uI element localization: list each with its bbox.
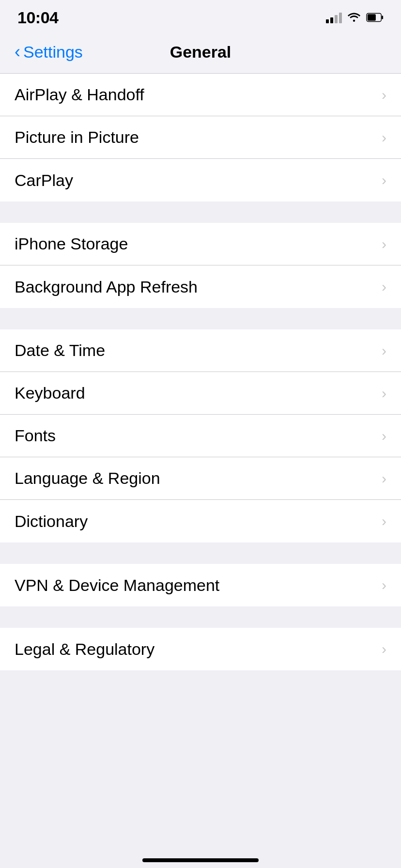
airplay-handoff-chevron-icon: › — [382, 88, 386, 102]
section-group-3: Date & Time › Keyboard › Fonts › Languag… — [0, 329, 401, 542]
wifi-icon — [347, 11, 361, 24]
bottom-spacer — [0, 670, 401, 709]
nav-bar: ‹ Settings General — [0, 31, 401, 74]
iphone-storage-label: iPhone Storage — [15, 234, 128, 253]
home-indicator — [142, 858, 259, 862]
picture-in-picture-chevron-icon: › — [382, 130, 386, 145]
legal-regulatory-label: Legal & Regulatory — [15, 640, 154, 659]
list-item-airplay-handoff[interactable]: AirPlay & Handoff › — [0, 74, 401, 116]
back-chevron-icon: ‹ — [15, 43, 20, 61]
list-item-background-app-refresh[interactable]: Background App Refresh › — [0, 265, 401, 308]
list-item-legal-regulatory[interactable]: Legal & Regulatory › — [0, 628, 401, 670]
list-item-iphone-storage[interactable]: iPhone Storage › — [0, 223, 401, 265]
signal-bars-icon — [326, 12, 342, 23]
section-group-2: iPhone Storage › Background App Refresh … — [0, 223, 401, 308]
date-time-label: Date & Time — [15, 341, 105, 360]
background-app-refresh-chevron-icon: › — [382, 279, 386, 294]
svg-rect-1 — [382, 16, 383, 19]
vpn-device-management-chevron-icon: › — [382, 578, 386, 592]
list-item-fonts[interactable]: Fonts › — [0, 415, 401, 457]
iphone-storage-chevron-icon: › — [382, 237, 386, 251]
section-divider-4 — [0, 606, 401, 628]
background-app-refresh-label: Background App Refresh — [15, 278, 198, 296]
list-item-language-region[interactable]: Language & Region › — [0, 457, 401, 500]
section-divider-3 — [0, 542, 401, 564]
section-divider-2 — [0, 308, 401, 329]
keyboard-label: Keyboard — [15, 384, 85, 403]
status-time: 10:04 — [17, 8, 58, 27]
carplay-label: CarPlay — [15, 171, 73, 190]
page-title: General — [170, 43, 231, 62]
fonts-label: Fonts — [15, 426, 56, 445]
svg-rect-2 — [368, 14, 376, 20]
dictionary-chevron-icon: › — [382, 514, 386, 528]
status-icons — [326, 11, 384, 24]
battery-icon — [366, 13, 384, 22]
language-region-label: Language & Region — [15, 469, 160, 488]
list-item-dictionary[interactable]: Dictionary › — [0, 500, 401, 542]
section-group-1: AirPlay & Handoff › Picture in Picture ›… — [0, 74, 401, 202]
section-group-5: Legal & Regulatory › — [0, 628, 401, 670]
list-item-picture-in-picture[interactable]: Picture in Picture › — [0, 116, 401, 159]
vpn-device-management-label: VPN & Device Management — [15, 576, 219, 595]
section-divider-1 — [0, 202, 401, 223]
carplay-chevron-icon: › — [382, 173, 386, 187]
section-group-4: VPN & Device Management › — [0, 564, 401, 606]
date-time-chevron-icon: › — [382, 343, 386, 358]
language-region-chevron-icon: › — [382, 471, 386, 486]
list-item-carplay[interactable]: CarPlay › — [0, 159, 401, 202]
list-item-date-time[interactable]: Date & Time › — [0, 329, 401, 372]
fonts-chevron-icon: › — [382, 429, 386, 443]
keyboard-chevron-icon: › — [382, 386, 386, 401]
list-item-keyboard[interactable]: Keyboard › — [0, 372, 401, 415]
list-item-vpn-device-management[interactable]: VPN & Device Management › — [0, 564, 401, 606]
legal-regulatory-chevron-icon: › — [382, 642, 386, 656]
back-label: Settings — [23, 43, 83, 62]
status-bar: 10:04 — [0, 0, 401, 31]
back-button[interactable]: ‹ Settings — [15, 43, 83, 62]
dictionary-label: Dictionary — [15, 512, 88, 531]
settings-list: AirPlay & Handoff › Picture in Picture ›… — [0, 74, 401, 709]
picture-in-picture-label: Picture in Picture — [15, 128, 139, 147]
airplay-handoff-label: AirPlay & Handoff — [15, 85, 144, 104]
